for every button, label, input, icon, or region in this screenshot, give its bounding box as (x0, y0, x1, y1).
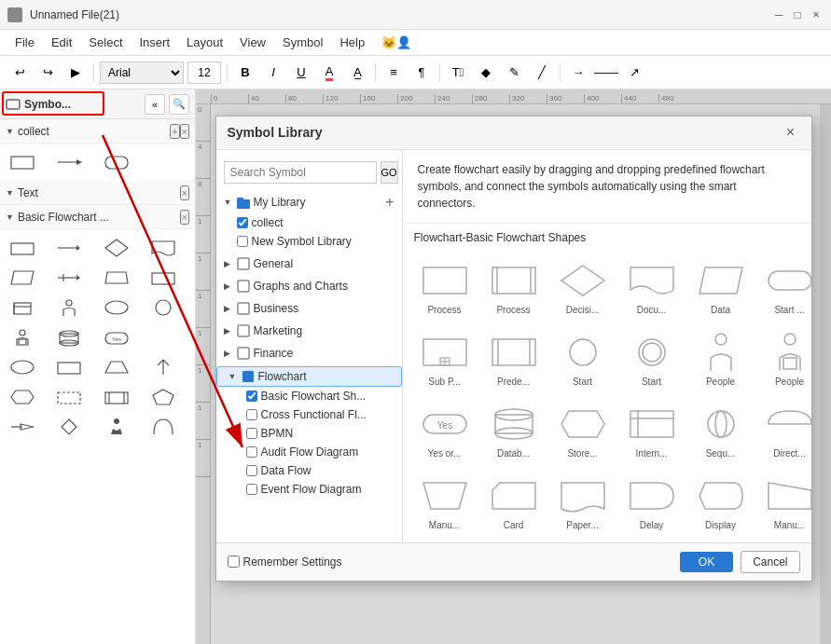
graphs-header[interactable]: ▶ Graphs and Charts (216, 277, 402, 295)
shape-start-circle[interactable]: Start (552, 327, 614, 391)
fc-dash-rect[interactable] (52, 384, 86, 410)
fc-pentagon[interactable] (146, 384, 180, 410)
connector-button[interactable]: ↗ (622, 62, 646, 84)
basic-flowchart-checkbox[interactable] (246, 391, 257, 402)
flowchart-item-event[interactable]: Event Flow Diagram (216, 480, 402, 499)
shape-data[interactable]: Data (690, 255, 752, 320)
fc-diamond[interactable] (100, 235, 133, 261)
fc-trapezoid[interactable] (100, 265, 133, 291)
minimize-button[interactable]: ─ (771, 7, 786, 22)
shape-sequential[interactable]: Sequ... (690, 399, 752, 463)
fc-arrow-connector[interactable] (6, 414, 39, 440)
shape-rect[interactable] (6, 149, 39, 175)
line-button[interactable]: ╱ (530, 62, 554, 84)
flowchart-item-cross[interactable]: Cross Functional Fl... (216, 405, 402, 424)
collect-checkbox[interactable] (237, 217, 248, 228)
shape-people2[interactable]: People (759, 327, 811, 391)
fc-doc[interactable] (146, 235, 180, 261)
shape-display[interactable]: Display (690, 471, 752, 535)
add-library-button[interactable]: + (385, 194, 394, 211)
cross-functional-checkbox[interactable] (246, 409, 257, 420)
fill-button[interactable]: ◆ (474, 62, 498, 84)
text-strikethrough-button[interactable]: A̲ (345, 62, 369, 84)
bold-button[interactable]: B (233, 62, 257, 84)
flowchart-item-data[interactable]: Data Flow (216, 461, 402, 480)
font-color-button[interactable]: A (317, 62, 341, 84)
fc-circle[interactable] (146, 295, 180, 321)
line-style-button[interactable]: —— (594, 62, 618, 84)
section-collect-add[interactable]: + (170, 124, 179, 139)
fc-rect[interactable] (6, 235, 39, 261)
menu-extra[interactable]: 🐱‍👤 (374, 34, 419, 51)
restore-button[interactable]: □ (790, 7, 805, 22)
menu-symbol[interactable]: Symbol (275, 34, 330, 51)
paragraph-button[interactable]: ¶ (409, 62, 434, 84)
fc-yes-btn[interactable]: Yes (100, 324, 133, 350)
menu-file[interactable]: File (7, 34, 42, 51)
search-go-button[interactable]: GO (381, 161, 398, 184)
shape-decision[interactable]: Decisi... (552, 255, 614, 320)
my-library-header[interactable]: ▼ My Library + (216, 191, 402, 213)
modal-close-button[interactable]: × (782, 123, 800, 142)
fc-oval2[interactable] (6, 354, 39, 380)
section-text-close[interactable]: × (180, 185, 189, 200)
shape-people1[interactable]: People (690, 327, 752, 391)
library-item-collect[interactable]: collect (216, 213, 402, 232)
shape-paper[interactable]: Paper... (552, 471, 614, 535)
arrow-style-button[interactable]: → (566, 62, 590, 84)
shape-rounded-rect[interactable] (100, 149, 133, 175)
collapse-button[interactable]: « (145, 94, 165, 115)
fc-arrow-multi[interactable] (52, 265, 86, 291)
search-panel-button[interactable]: 🔍 (169, 94, 189, 115)
shape-card[interactable]: Card (483, 471, 545, 535)
text-box-button[interactable]: T⃞ (446, 62, 470, 84)
shape-stored[interactable]: Store... (552, 399, 614, 463)
font-size-input[interactable] (187, 62, 221, 84)
shape-arrow-right[interactable] (52, 149, 86, 175)
flowchart-item-audit[interactable]: Audit Flow Diagram (216, 443, 402, 461)
fc-parallelogram[interactable] (6, 265, 39, 291)
italic-button[interactable]: I (261, 62, 285, 84)
fc-trapz2[interactable] (100, 354, 133, 380)
fc-cylinder[interactable] (52, 324, 86, 350)
menu-insert[interactable]: Insert (132, 34, 178, 51)
event-flow-checkbox[interactable] (246, 484, 257, 495)
section-collect-header[interactable]: ▼ collect + × (0, 119, 195, 144)
remember-settings-checkbox[interactable] (228, 555, 240, 568)
align-left-button[interactable]: ≡ (381, 62, 406, 84)
menu-help[interactable]: Help (332, 34, 372, 51)
bpmn-checkbox[interactable] (246, 428, 257, 439)
cancel-button[interactable]: Cancel (741, 551, 799, 573)
business-header[interactable]: ▶ Business (216, 299, 402, 318)
new-library-checkbox[interactable] (237, 236, 248, 247)
shape-predefined[interactable]: Prede... (483, 327, 545, 391)
section-flowchart-close[interactable]: × (180, 210, 189, 225)
fc-person2[interactable] (6, 324, 39, 350)
fc-small-person[interactable] (100, 414, 133, 440)
flowchart-item-basic[interactable]: Basic Flowchart Sh... (216, 387, 402, 405)
fc-db-shape[interactable] (6, 295, 39, 321)
shape-empty[interactable] (146, 149, 180, 175)
fc-half-circle[interactable] (146, 414, 180, 440)
fc-long-rect[interactable] (100, 384, 133, 410)
ok-button[interactable]: OK (680, 552, 733, 572)
shape-manual[interactable]: Manu... (414, 471, 476, 535)
redo-button[interactable]: ↪ (35, 62, 60, 84)
flowchart-header[interactable]: ▼ Flowchart (216, 366, 402, 387)
fc-arrow-dbl[interactable] (146, 354, 180, 380)
underline-button[interactable]: U (289, 62, 313, 84)
fc-hexagon[interactable] (6, 384, 39, 410)
fc-person[interactable] (52, 295, 86, 321)
library-item-new[interactable]: New Symbol Library (216, 232, 402, 251)
finance-header[interactable]: ▶ Finance (216, 344, 402, 363)
section-flowchart-header[interactable]: ▼ Basic Flowchart ... × (0, 205, 195, 229)
close-button[interactable]: × (809, 7, 824, 22)
shape-process2[interactable]: Process (483, 255, 545, 320)
section-text-header[interactable]: ▼ Text × (0, 181, 195, 205)
pen-button[interactable]: ✎ (502, 62, 526, 84)
shape-start2[interactable]: Start (621, 327, 683, 391)
shape-process1[interactable]: Process (414, 255, 476, 320)
fc-small-diamond[interactable] (52, 414, 86, 440)
shape-yes-no[interactable]: Yes Yes or... (414, 399, 476, 463)
fc-arrow-right[interactable] (52, 235, 86, 261)
